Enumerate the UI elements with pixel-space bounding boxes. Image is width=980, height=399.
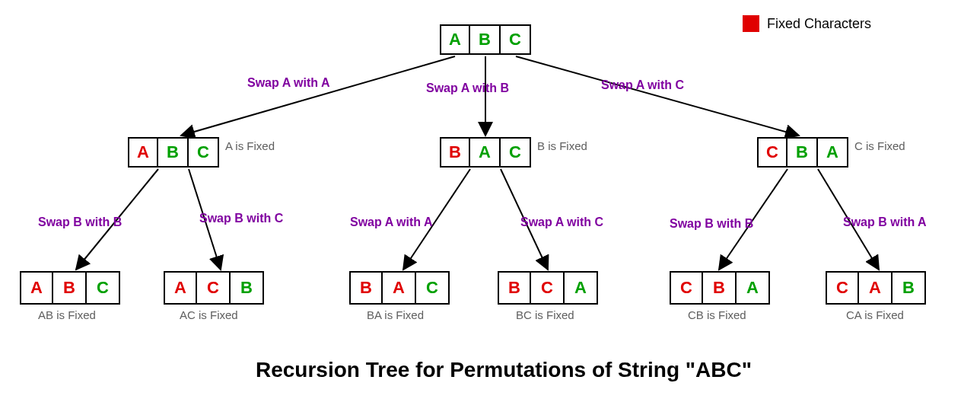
cell: A (470, 137, 501, 168)
swap-label: Swap A with A (247, 76, 329, 90)
node-leaf-4: C B A (670, 271, 770, 305)
cell: C (416, 271, 450, 305)
node-mid-1: B A C (440, 137, 531, 168)
cell: C (87, 271, 120, 305)
node-leaf-5: C A B (826, 271, 926, 305)
cell: A (440, 24, 470, 55)
fixed-note: CB is Fixed (688, 309, 746, 322)
cell: A (164, 271, 197, 305)
node-root: A B C (440, 24, 531, 55)
cell: B (703, 271, 737, 305)
fixed-note: B is Fixed (537, 140, 587, 153)
cell: C (197, 271, 231, 305)
cell: A (383, 271, 416, 305)
node-leaf-0: A B C (20, 271, 120, 305)
swap-label: Swap A with A (350, 215, 432, 229)
fixed-note: A is Fixed (225, 140, 275, 153)
cell: B (788, 137, 818, 168)
swap-label: Swap A with B (426, 81, 509, 95)
swap-label: Swap B with B (38, 215, 122, 229)
fixed-note: AC is Fixed (180, 309, 238, 322)
cell: A (128, 137, 158, 168)
swap-label: Swap A with C (520, 215, 603, 229)
cell: C (826, 271, 859, 305)
edges (0, 0, 980, 399)
swap-label: Swap B with B (670, 217, 753, 231)
fixed-note: C is Fixed (854, 140, 905, 153)
fixed-note: BC is Fixed (516, 309, 574, 322)
fixed-note: CA is Fixed (846, 309, 904, 322)
node-mid-2: C B A (757, 137, 848, 168)
legend-color-box (743, 15, 759, 32)
cell: A (565, 271, 598, 305)
cell: B (440, 137, 470, 168)
svg-line-1 (181, 56, 455, 136)
swap-label: Swap A with C (601, 78, 684, 92)
cell: A (20, 271, 53, 305)
cell: B (53, 271, 87, 305)
cell: C (757, 137, 788, 168)
cell: C (670, 271, 703, 305)
legend: Fixed Characters (743, 15, 871, 32)
cell: B (158, 137, 189, 168)
fixed-note: BA is Fixed (367, 309, 424, 322)
cell: B (231, 271, 264, 305)
node-mid-0: A B C (128, 137, 219, 168)
cell: B (470, 24, 501, 55)
cell: B (498, 271, 531, 305)
legend-label: Fixed Characters (767, 16, 871, 32)
swap-label: Swap B with A (843, 215, 927, 229)
cell: C (531, 271, 565, 305)
node-leaf-1: A C B (164, 271, 264, 305)
cell: B (892, 271, 926, 305)
node-leaf-2: B A C (349, 271, 450, 305)
cell: B (349, 271, 383, 305)
cell: A (818, 137, 848, 168)
swap-label: Swap B with C (199, 212, 283, 225)
node-leaf-3: B C A (498, 271, 598, 305)
cell: C (189, 137, 219, 168)
cell: C (501, 137, 531, 168)
cell: A (859, 271, 892, 305)
fixed-note: AB is Fixed (38, 309, 96, 322)
diagram-title: Recursion Tree for Permutations of Strin… (256, 358, 752, 382)
svg-line-3 (516, 56, 799, 136)
cell: C (501, 24, 531, 55)
cell: A (737, 271, 770, 305)
